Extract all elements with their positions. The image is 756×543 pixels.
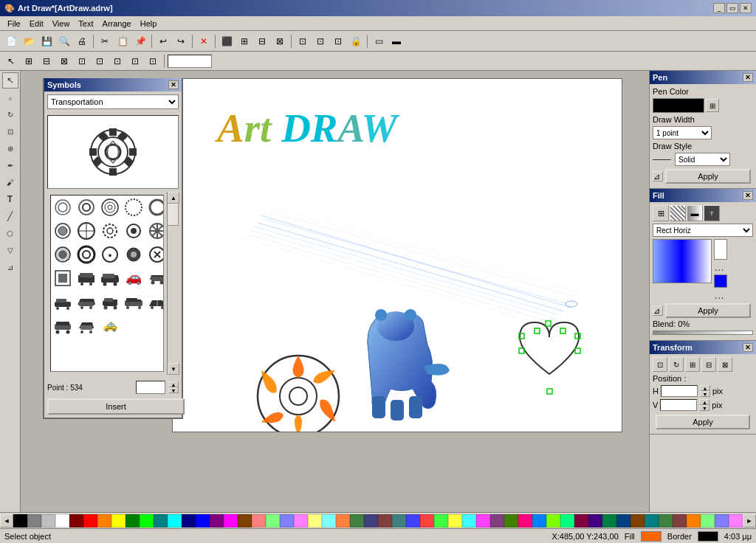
align1-button[interactable]: ⊡ bbox=[74, 53, 90, 69]
v-spin-up[interactable]: ▲ bbox=[699, 399, 709, 405]
new-button[interactable]: 📄 bbox=[3, 33, 19, 49]
delete-button[interactable]: ✕ bbox=[196, 33, 212, 49]
view1-button[interactable]: ▭ bbox=[371, 33, 387, 49]
blend-slider[interactable] bbox=[653, 331, 753, 335]
palette-color[interactable] bbox=[687, 514, 701, 528]
print-button[interactable]: 🖨 bbox=[74, 33, 90, 49]
palette-color[interactable] bbox=[41, 514, 55, 528]
palette-color[interactable] bbox=[518, 514, 532, 528]
pen-close-button[interactable]: ✕ bbox=[743, 73, 753, 82]
palette-color[interactable] bbox=[55, 514, 69, 528]
palette-color[interactable] bbox=[308, 514, 322, 528]
palette-color[interactable] bbox=[140, 514, 154, 528]
v-spin-down[interactable]: ▼ bbox=[699, 405, 709, 411]
fill-gradient-button[interactable]: ▬ bbox=[687, 205, 703, 221]
palette-color[interactable] bbox=[13, 514, 27, 528]
palette-color[interactable] bbox=[659, 514, 673, 528]
palette-color[interactable] bbox=[336, 514, 350, 528]
palette-color[interactable] bbox=[602, 514, 616, 528]
fill-solid-button[interactable]: ⊞ bbox=[653, 205, 669, 221]
menu-text[interactable]: Text bbox=[74, 18, 97, 30]
symbol-item[interactable] bbox=[51, 290, 75, 314]
pen-color-grid-button[interactable]: ⊞ bbox=[706, 99, 719, 112]
symbol-item[interactable] bbox=[122, 290, 145, 314]
palette-color[interactable] bbox=[280, 514, 294, 528]
palette-color[interactable] bbox=[434, 514, 448, 528]
zoom-tool[interactable]: ⊕ bbox=[2, 140, 18, 156]
symbol-item[interactable] bbox=[145, 266, 164, 290]
cut-button[interactable]: ✂ bbox=[97, 33, 113, 49]
grid4-button[interactable]: ⊠ bbox=[272, 33, 288, 49]
menu-help[interactable]: Help bbox=[136, 18, 162, 30]
node-tool[interactable]: ⬦ bbox=[2, 89, 18, 106]
transform-close-button[interactable]: ✕ bbox=[743, 343, 753, 352]
palette-color[interactable] bbox=[532, 514, 546, 528]
palette-color[interactable] bbox=[406, 514, 420, 528]
lock-button[interactable]: 🔒 bbox=[348, 33, 364, 49]
pointer-button[interactable]: ↖ bbox=[3, 53, 19, 69]
view2-button[interactable]: ▬ bbox=[388, 33, 405, 49]
palette-scroll-right-button[interactable]: ► bbox=[743, 514, 756, 528]
palette-color[interactable] bbox=[294, 514, 308, 528]
restore-button[interactable]: ▭ bbox=[726, 3, 738, 13]
palette-color[interactable] bbox=[83, 514, 97, 528]
minimize-button[interactable]: _ bbox=[713, 3, 725, 13]
fill-tool[interactable]: ▽ bbox=[2, 242, 18, 258]
spin-up-button[interactable]: ▲ bbox=[168, 381, 179, 387]
palette-scroll-left-button[interactable]: ◄ bbox=[0, 514, 13, 528]
symbol-item[interactable] bbox=[75, 219, 98, 243]
h-spin-down[interactable]: ▼ bbox=[700, 391, 710, 397]
palette-color[interactable] bbox=[588, 514, 602, 528]
transform-apply-button[interactable]: Apply bbox=[656, 415, 750, 429]
menu-file[interactable]: File bbox=[3, 18, 25, 30]
palette-color[interactable] bbox=[364, 514, 378, 528]
palette-color[interactable] bbox=[616, 514, 630, 528]
palette-color[interactable] bbox=[182, 514, 196, 528]
fill-blue-box[interactable] bbox=[714, 274, 727, 288]
menu-arrange[interactable]: Arrange bbox=[98, 18, 136, 30]
shape-tool[interactable]: ⬡ bbox=[2, 225, 18, 241]
eyedrop-tool[interactable]: ⊿ bbox=[2, 259, 18, 275]
symbol-item[interactable] bbox=[122, 243, 145, 266]
symbol-item[interactable] bbox=[75, 266, 98, 290]
palette-color[interactable] bbox=[322, 514, 336, 528]
palette-color[interactable] bbox=[196, 514, 210, 528]
open-button[interactable]: 📂 bbox=[21, 33, 37, 49]
paste-button[interactable]: 📌 bbox=[132, 33, 148, 49]
symbol-item[interactable]: 🚕 bbox=[98, 314, 122, 337]
symbols-category-dropdown[interactable]: Transportation Animals Nature Shapes Peo… bbox=[47, 94, 179, 109]
fill-white-box[interactable] bbox=[714, 239, 727, 260]
palette-color[interactable] bbox=[420, 514, 434, 528]
palette-color[interactable] bbox=[111, 514, 126, 528]
palette-color[interactable] bbox=[673, 514, 687, 528]
scroll-thumb[interactable] bbox=[168, 204, 179, 226]
rotate-tool[interactable]: ↻ bbox=[2, 106, 18, 122]
symbols-close-button[interactable]: ✕ bbox=[168, 80, 179, 89]
palette-color[interactable] bbox=[476, 514, 490, 528]
zoom-button[interactable]: 🔍 bbox=[56, 33, 72, 49]
draw-style-select[interactable]: Solid Dashed Dotted bbox=[675, 153, 730, 166]
palette-color[interactable] bbox=[546, 514, 560, 528]
symbol-item[interactable] bbox=[98, 196, 122, 219]
transform1-button[interactable]: ⊡ bbox=[295, 33, 311, 49]
spin-down-button[interactable]: ▼ bbox=[168, 387, 179, 393]
palette-color[interactable] bbox=[168, 514, 182, 528]
pen-apply-button[interactable]: Apply bbox=[665, 169, 751, 184]
palette-color[interactable] bbox=[97, 514, 111, 528]
fill-close-button[interactable]: ✕ bbox=[743, 191, 753, 200]
palette-color[interactable] bbox=[645, 514, 659, 528]
align5-button[interactable]: ⊡ bbox=[145, 53, 161, 69]
group-button[interactable]: ⊟ bbox=[38, 53, 55, 69]
palette-color[interactable] bbox=[574, 514, 588, 528]
palette-color[interactable] bbox=[630, 514, 645, 528]
palette-color[interactable] bbox=[224, 514, 238, 528]
palette-color[interactable] bbox=[350, 514, 364, 528]
palette-color[interactable] bbox=[154, 514, 168, 528]
symbol-item[interactable] bbox=[145, 196, 164, 219]
align2-button[interactable]: ⊡ bbox=[92, 53, 108, 69]
select-all-button[interactable]: ⊞ bbox=[21, 53, 37, 69]
symbol-item[interactable] bbox=[98, 290, 122, 314]
transform-rotate-button[interactable]: ↻ bbox=[669, 357, 684, 372]
zoom-input[interactable]: 100 % bbox=[168, 55, 212, 68]
transform-flip-button[interactable]: ⊠ bbox=[718, 357, 732, 372]
